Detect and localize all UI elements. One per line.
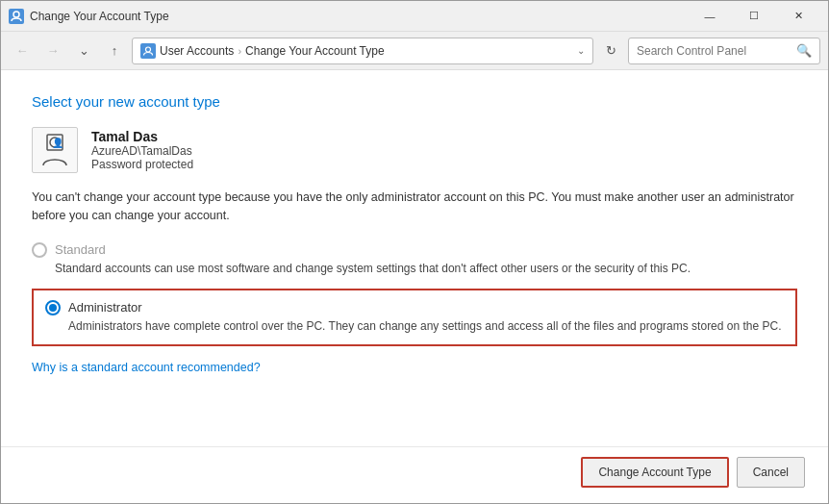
address-sep1: › (238, 45, 241, 57)
navbar: ← → ⌄ ↑ User Accounts › Change Your Acco… (1, 32, 828, 70)
standard-option: Standard Standard accounts can use most … (32, 242, 797, 277)
search-icon: 🔍 (796, 43, 812, 58)
standard-radio[interactable] (32, 242, 47, 258)
titlebar: Change Your Account Type — ☐ ✕ (1, 1, 828, 32)
administrator-option-header[interactable]: Administrator (45, 300, 784, 315)
recent-pages-button[interactable]: ⌄ (70, 38, 97, 64)
window-controls: — ☐ ✕ (688, 1, 820, 32)
standard-label: Standard (55, 242, 106, 257)
maximize-button[interactable]: ☐ (732, 1, 776, 32)
refresh-button[interactable]: ↻ (597, 38, 624, 64)
footer: Change Account Type Cancel (1, 446, 828, 503)
address-path1: User Accounts (160, 44, 234, 58)
address-dropdown-icon[interactable]: ⌄ (577, 45, 585, 56)
main-content: Select your new account type 👤 Tamal Das… (1, 70, 828, 446)
warning-text: You can't change your account type becau… (32, 189, 797, 225)
change-account-type-button[interactable]: Change Account Type (581, 457, 728, 488)
close-button[interactable]: ✕ (776, 1, 820, 32)
address-path2: Change Your Account Type (245, 44, 385, 58)
administrator-label: Administrator (68, 300, 142, 315)
help-link[interactable]: Why is a standard account recommended? (32, 361, 261, 374)
forward-button[interactable]: → (39, 38, 66, 64)
standard-description: Standard accounts can use most software … (55, 260, 797, 277)
up-button[interactable]: ↑ (101, 38, 128, 64)
administrator-description: Administrators have complete control ove… (68, 317, 784, 335)
search-box[interactable]: 🔍 (628, 38, 820, 64)
window-title: Change Your Account Type (30, 10, 688, 23)
window: Change Your Account Type — ☐ ✕ ← → ⌄ ↑ U… (0, 0, 829, 504)
cancel-button[interactable]: Cancel (737, 457, 805, 488)
administrator-radio[interactable] (45, 300, 61, 315)
user-avatar: 👤 (32, 127, 78, 173)
section-title: Select your new account type (32, 93, 797, 110)
search-input[interactable] (637, 44, 791, 58)
user-name: Tamal Das (91, 129, 193, 144)
address-icon (140, 43, 156, 59)
minimize-button[interactable]: — (688, 1, 732, 32)
user-domain: AzureAD\TamalDas (91, 144, 193, 158)
svg-point-0 (13, 12, 19, 17)
address-bar[interactable]: User Accounts › Change Your Account Type… (132, 38, 593, 64)
svg-point-1 (146, 47, 151, 52)
user-details: Tamal Das AzureAD\TamalDas Password prot… (91, 129, 193, 171)
user-status: Password protected (91, 158, 193, 171)
window-icon (9, 9, 24, 24)
administrator-option-box: Administrator Administrators have comple… (32, 289, 797, 346)
standard-option-header[interactable]: Standard (32, 242, 797, 258)
user-info: 👤 Tamal Das AzureAD\TamalDas Password pr… (32, 127, 797, 173)
back-button[interactable]: ← (9, 38, 36, 64)
svg-text:👤: 👤 (52, 137, 64, 149)
